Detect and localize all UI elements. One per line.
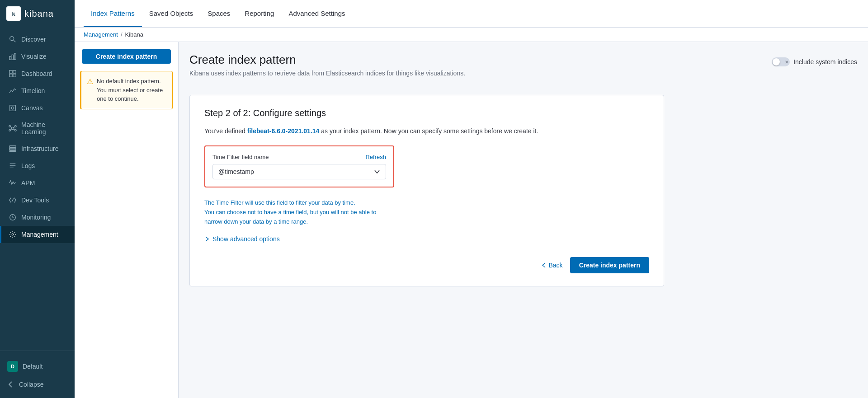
warning-box: ⚠ No default index pattern. You must sel… <box>80 71 173 109</box>
sidebar-item-apm[interactable]: APM <box>0 174 75 192</box>
svg-point-28 <box>12 234 14 235</box>
sidebar-logo: k kibana <box>0 0 75 27</box>
nav-link-advanced-settings[interactable]: Advanced Settings <box>281 0 352 27</box>
svg-point-0 <box>10 37 14 41</box>
defined-pattern: filebeat-6.6.0-2021.01.14 <box>247 127 320 135</box>
timelion-icon <box>9 87 17 95</box>
breadcrumb-current: Kibana <box>125 31 143 38</box>
nav-link-spaces[interactable]: Spaces <box>200 0 237 27</box>
create-index-pattern-sidebar-button[interactable]: Create index pattern <box>82 49 171 64</box>
back-label: Back <box>549 262 563 269</box>
field-name-label: Time Filter field name <box>212 154 269 160</box>
sidebar-item-dashboard[interactable]: Dashboard <box>0 65 75 82</box>
visualize-icon <box>9 52 17 61</box>
field-label-row: Time Filter field name Refresh <box>212 154 386 160</box>
defined-suffix: as your index pattern. Now you can speci… <box>319 127 538 135</box>
breadcrumb-separator: / <box>121 31 123 38</box>
toggle-thumb <box>773 58 780 66</box>
field-section: Time Filter field name Refresh @timestam… <box>204 145 394 187</box>
warning-icon: ⚠ <box>87 77 93 103</box>
discover-icon <box>9 35 17 43</box>
svg-point-10 <box>11 107 14 109</box>
top-navigation: Index Patterns Saved Objects Spaces Repo… <box>75 0 868 28</box>
sidebar-user[interactable]: D Default <box>0 356 75 376</box>
svg-rect-9 <box>10 105 16 111</box>
page-header-text: Create index pattern Kibana uses index p… <box>189 53 465 86</box>
sidebar-item-label: Monitoring <box>21 214 51 221</box>
sidebar: k kibana Discover Visualize Dashboard Ti… <box>0 0 75 398</box>
defined-prefix: You've defined <box>204 127 247 135</box>
svg-rect-20 <box>9 146 16 148</box>
sidebar-item-label: Machine Learning <box>21 121 67 136</box>
sidebar-item-monitoring[interactable]: Monitoring <box>0 209 75 226</box>
management-icon <box>9 230 17 239</box>
svg-line-17 <box>14 126 15 128</box>
sidebar-item-label: Dev Tools <box>21 197 49 204</box>
field-value: @timestamp <box>218 168 254 175</box>
user-avatar: D <box>7 361 18 372</box>
time-filter-select[interactable]: @timestamp <box>212 164 386 179</box>
svg-rect-22 <box>9 151 16 152</box>
page-title: Create index pattern <box>189 53 465 67</box>
sidebar-item-label: Logs <box>21 162 35 169</box>
kibana-logo-text: kibana <box>24 9 54 19</box>
sidebar-item-label: Infrastructure <box>21 145 58 152</box>
svg-line-26 <box>12 198 14 201</box>
create-index-pattern-button[interactable]: Create index pattern <box>570 257 649 273</box>
toggle-x-icon: ✕ <box>785 60 788 65</box>
right-content: Create index pattern Kibana uses index p… <box>179 42 868 398</box>
svg-point-12 <box>9 126 11 127</box>
chevron-down-icon <box>374 169 380 175</box>
svg-rect-5 <box>9 70 12 73</box>
svg-line-1 <box>14 40 16 42</box>
collapse-icon <box>7 381 14 388</box>
breadcrumb-management[interactable]: Management <box>84 31 118 38</box>
sidebar-item-infrastructure[interactable]: Infrastructure <box>0 140 75 157</box>
sidebar-item-discover[interactable]: Discover <box>0 31 75 48</box>
refresh-link[interactable]: Refresh <box>365 154 386 160</box>
logs-icon <box>9 162 17 170</box>
field-hint-line2: You can choose not to have a time field,… <box>204 208 649 217</box>
user-label: Default <box>23 363 42 370</box>
show-advanced-options[interactable]: Show advanced options <box>204 235 649 243</box>
main-content: Index Patterns Saved Objects Spaces Repo… <box>75 0 868 398</box>
include-system-label: Include system indices <box>793 58 857 66</box>
field-hint: The Time Filter will use this field to f… <box>204 198 649 226</box>
sidebar-item-machine-learning[interactable]: Machine Learning <box>0 117 75 140</box>
page-subtitle: Kibana uses index patterns to retrieve d… <box>189 70 465 77</box>
svg-line-19 <box>14 129 15 130</box>
dashboard-icon <box>9 70 17 78</box>
collapse-label: Collapse <box>19 381 43 388</box>
svg-line-16 <box>11 126 12 128</box>
defined-text: You've defined filebeat-6.6.0-2021.01.14… <box>204 127 649 135</box>
field-hint-line3: narrow down your data by a time range. <box>204 217 649 227</box>
svg-rect-21 <box>9 148 16 150</box>
sidebar-item-label: Timelion <box>21 87 45 94</box>
sidebar-item-management[interactable]: Management <box>0 226 75 243</box>
svg-rect-3 <box>12 55 14 60</box>
sidebar-item-label: Canvas <box>21 104 42 112</box>
apm-icon <box>9 179 17 187</box>
canvas-icon <box>9 104 17 112</box>
sidebar-item-dev-tools[interactable]: Dev Tools <box>0 192 75 209</box>
kibana-logo-icon: k <box>6 6 21 21</box>
dev-tools-icon <box>9 196 17 204</box>
content-header: Create index pattern Kibana uses index p… <box>189 53 857 86</box>
left-panel: Create index pattern ⚠ No default index … <box>75 42 179 398</box>
svg-point-14 <box>9 130 11 131</box>
sidebar-item-logs[interactable]: Logs <box>0 157 75 174</box>
nav-link-saved-objects[interactable]: Saved Objects <box>142 0 201 27</box>
back-button[interactable]: Back <box>542 262 563 269</box>
sidebar-item-visualize[interactable]: Visualize <box>0 48 75 65</box>
machine-learning-icon <box>9 124 17 132</box>
nav-link-reporting[interactable]: Reporting <box>237 0 281 27</box>
collapse-button[interactable]: Collapse <box>0 376 75 393</box>
sidebar-item-label: Discover <box>21 36 46 43</box>
sidebar-item-label: Management <box>21 231 58 238</box>
sidebar-item-timelion[interactable]: Timelion <box>0 82 75 99</box>
nav-link-index-patterns[interactable]: Index Patterns <box>84 0 142 27</box>
show-advanced-label: Show advanced options <box>212 235 280 243</box>
include-system-toggle[interactable]: ✕ <box>772 57 790 66</box>
sidebar-item-canvas[interactable]: Canvas <box>0 99 75 117</box>
breadcrumb: Management / Kibana <box>75 28 868 42</box>
